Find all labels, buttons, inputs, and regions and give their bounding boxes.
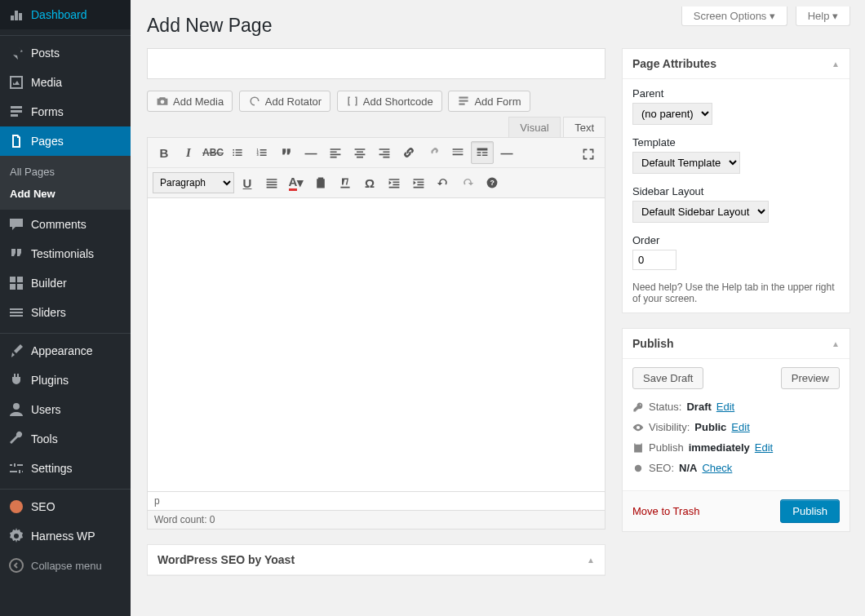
schedule-row: Publish immediately Edit: [632, 441, 840, 454]
admin-sidebar: Dashboard Posts Media Forms Pages All Pa…: [0, 0, 131, 616]
menu-builder[interactable]: Builder: [0, 268, 131, 298]
svg-point-1: [10, 559, 23, 572]
menu-separator: [0, 485, 131, 490]
menu-testimonials[interactable]: Testimonials: [0, 239, 131, 268]
textcolor-button[interactable]: A▾: [285, 171, 308, 194]
strikethrough-button[interactable]: ABC: [202, 141, 224, 164]
clear-format-button[interactable]: [334, 171, 357, 194]
menu-harness[interactable]: Harness WP: [0, 521, 131, 551]
media-buttons: Add Media Add Rotator Add Shortcode Add …: [147, 91, 606, 112]
tab-visual[interactable]: Visual: [508, 117, 560, 138]
save-draft-button[interactable]: Save Draft: [632, 367, 703, 389]
align-center-button[interactable]: [348, 141, 371, 164]
menu-tools[interactable]: Tools: [0, 424, 131, 454]
add-media-button[interactable]: Add Media: [147, 91, 233, 112]
menu-media[interactable]: Media: [0, 68, 131, 97]
menu-label: Comments: [31, 218, 86, 231]
menu-label: Appearance: [31, 344, 93, 357]
numbered-list-button[interactable]: 123: [251, 141, 273, 164]
edit-status-link[interactable]: Edit: [716, 401, 734, 413]
add-rotator-button[interactable]: Add Rotator: [239, 91, 330, 112]
unlink-button[interactable]: [422, 141, 445, 164]
redo-button[interactable]: [456, 171, 479, 194]
sliders-icon: [8, 304, 24, 321]
submenu-all-pages[interactable]: All Pages: [0, 161, 131, 183]
editor-content[interactable]: [147, 198, 606, 492]
underline-button[interactable]: U: [236, 171, 259, 194]
toolbar-toggle-button[interactable]: [471, 141, 494, 164]
publish-header[interactable]: Publish ▲: [623, 329, 849, 359]
screen-options-tab[interactable]: Screen Options ▾: [681, 7, 787, 26]
menu-forms[interactable]: Forms: [0, 97, 131, 126]
parent-select[interactable]: (no parent): [632, 103, 712, 125]
plug-icon: [8, 372, 24, 388]
menu-label: Plugins: [31, 374, 69, 387]
page-attributes-header[interactable]: Page Attributes ▲: [623, 49, 849, 79]
bold-button[interactable]: B: [153, 141, 175, 164]
tab-text[interactable]: Text: [563, 117, 606, 138]
svg-point-0: [10, 500, 23, 513]
sidebar-layout-select[interactable]: Default Sidebar Layout: [632, 201, 769, 223]
bullet-list-button[interactable]: [226, 141, 249, 164]
preview-button[interactable]: Preview: [781, 367, 840, 389]
menu-label: Media: [31, 76, 62, 89]
svg-point-7: [635, 464, 641, 471]
menu-dashboard[interactable]: Dashboard: [0, 0, 131, 29]
page-attributes-box: Page Attributes ▲ Parent (no parent) Tem…: [622, 48, 850, 313]
toggle-icon: ▲: [587, 556, 595, 565]
menu-settings[interactable]: Settings: [0, 454, 131, 483]
paste-text-button[interactable]: [309, 171, 332, 194]
template-label: Template: [632, 136, 840, 148]
menu-label: Builder: [31, 277, 67, 290]
fullscreen-button[interactable]: [577, 143, 600, 166]
more-button[interactable]: [446, 141, 469, 164]
seo-row: SEO: N/A Check: [632, 462, 840, 474]
order-input[interactable]: [632, 250, 676, 270]
format-select[interactable]: Paragraph: [153, 172, 234, 193]
publish-button[interactable]: Publish: [780, 499, 840, 523]
add-form-button[interactable]: Add Form: [448, 91, 530, 112]
check-seo-link[interactable]: Check: [702, 462, 732, 474]
help-tab[interactable]: Help ▾: [796, 7, 850, 26]
undo-button[interactable]: [432, 171, 455, 194]
order-label: Order: [632, 234, 840, 246]
status-row: Status: Draft Edit: [632, 401, 840, 413]
move-to-trash-link[interactable]: Move to Trash: [632, 505, 699, 517]
indent-button[interactable]: [407, 171, 430, 194]
seo-metabox: WordPress SEO by Yoast ▲: [147, 544, 606, 576]
template-select[interactable]: Default Template: [632, 152, 740, 174]
help-button[interactable]: ?: [481, 171, 503, 194]
submenu-add-new[interactable]: Add New: [0, 183, 131, 205]
sidebar-layout-label: Sidebar Layout: [632, 185, 840, 197]
circle-icon: [632, 463, 644, 474]
menu-comments[interactable]: Comments: [0, 210, 131, 239]
special-char-button[interactable]: Ω: [358, 171, 381, 194]
edit-visibility-link[interactable]: Edit: [731, 421, 749, 433]
menu-users[interactable]: Users: [0, 395, 131, 424]
edit-schedule-link[interactable]: Edit: [755, 441, 773, 454]
add-shortcode-button[interactable]: Add Shortcode: [337, 91, 442, 112]
hr-button[interactable]: —: [299, 141, 322, 164]
collapse-menu[interactable]: Collapse menu: [0, 551, 131, 580]
menu-pages[interactable]: Pages: [0, 126, 131, 156]
editor-path: p: [147, 492, 606, 511]
link-button[interactable]: [397, 141, 420, 164]
align-left-button[interactable]: [324, 141, 347, 164]
menu-seo[interactable]: SEO: [0, 492, 131, 521]
menu-appearance[interactable]: Appearance: [0, 336, 131, 366]
seo-metabox-header[interactable]: WordPress SEO by Yoast ▲: [148, 545, 605, 575]
menu-posts[interactable]: Posts: [0, 38, 131, 68]
menu-sliders[interactable]: Sliders: [0, 298, 131, 327]
distraction-button[interactable]: —: [495, 141, 518, 164]
justify-button[interactable]: [260, 171, 283, 194]
publish-title: Publish: [632, 337, 674, 350]
toggle-icon: ▲: [832, 339, 840, 348]
post-title-input[interactable]: [147, 48, 606, 79]
align-right-button[interactable]: [373, 141, 396, 164]
italic-button[interactable]: I: [177, 141, 200, 164]
menu-plugins[interactable]: Plugins: [0, 366, 131, 395]
blockquote-button[interactable]: [275, 141, 298, 164]
collapse-label: Collapse menu: [31, 560, 102, 572]
menu-label: Posts: [31, 47, 60, 60]
outdent-button[interactable]: [383, 171, 406, 194]
